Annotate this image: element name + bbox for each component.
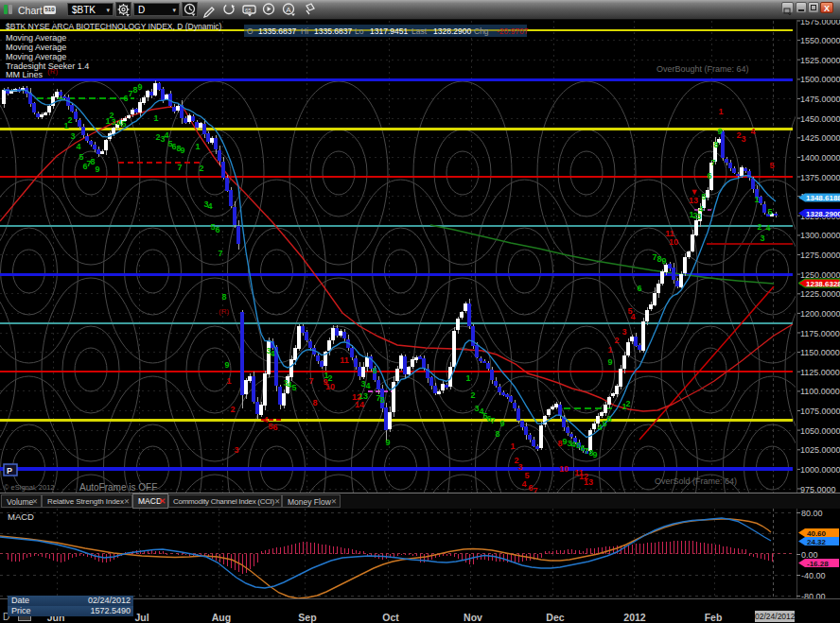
svg-text:1450.0000: 1450.0000 — [800, 114, 840, 124]
svg-text:3: 3 — [517, 462, 522, 472]
svg-text:6: 6 — [637, 284, 641, 293]
svg-text:9: 9 — [224, 360, 229, 370]
svg-text:3: 3 — [741, 134, 745, 144]
svg-text:13: 13 — [584, 477, 593, 487]
svg-text:(R): (R) — [219, 307, 229, 316]
svg-text:3: 3 — [111, 117, 115, 127]
svg-text:A: A — [286, 6, 291, 14]
svg-text:1: 1 — [195, 142, 200, 151]
svg-text:1550.0000: 1550.0000 — [800, 36, 840, 45]
svg-text:4: 4 — [521, 479, 526, 489]
svg-text:1: 1 — [226, 376, 231, 386]
svg-text:5: 5 — [769, 161, 774, 170]
svg-text:7: 7 — [533, 486, 537, 493]
svg-text:65: 65 — [245, 8, 252, 13]
svg-text:12: 12 — [352, 392, 361, 402]
svg-text:13: 13 — [689, 196, 698, 205]
svg-text:4: 4 — [207, 201, 212, 211]
svg-text:9: 9 — [717, 127, 722, 136]
svg-text:Moving Average: Moving Average — [6, 33, 66, 43]
svg-text:Hi: Hi — [301, 26, 308, 36]
svg-text:8: 8 — [495, 429, 499, 439]
svg-text:-80.00: -80.00 — [801, 592, 826, 598]
svg-text:1250.0000: 1250.0000 — [800, 270, 840, 280]
svg-text:-16.28: -16.28 — [807, 560, 829, 568]
svg-text:Moving Average: Moving Average — [6, 52, 66, 61]
svg-text:8: 8 — [557, 439, 562, 448]
svg-text:7: 7 — [308, 376, 313, 386]
svg-text:1375.0000: 1375.0000 — [800, 173, 840, 182]
svg-text:1: 1 — [465, 373, 470, 383]
svg-text:4: 4 — [698, 204, 703, 214]
svg-text:8: 8 — [312, 398, 317, 407]
svg-text:1525.0000: 1525.0000 — [800, 56, 840, 65]
svg-text:80.00: 80.00 — [801, 509, 823, 518]
svg-text:3: 3 — [760, 234, 764, 243]
svg-text:2: 2 — [614, 336, 619, 345]
svg-text:4: 4 — [270, 349, 274, 358]
svg-text:1050.0000: 1050.0000 — [800, 426, 840, 436]
svg-text:1125.0000: 1125.0000 — [800, 368, 840, 377]
svg-text:7: 7 — [710, 158, 715, 167]
svg-text:1075.0000: 1075.0000 — [800, 407, 840, 416]
svg-text:4: 4 — [365, 381, 370, 390]
svg-text:1: 1 — [510, 441, 515, 451]
svg-text:1275.0000: 1275.0000 — [800, 251, 840, 260]
svg-text:1: 1 — [607, 345, 612, 355]
svg-text:10: 10 — [325, 382, 335, 391]
svg-text:2: 2 — [199, 164, 203, 173]
svg-text:1025.0000: 1025.0000 — [800, 445, 840, 455]
svg-text:2: 2 — [470, 390, 475, 400]
svg-text:10: 10 — [669, 237, 678, 247]
svg-text:11: 11 — [340, 355, 349, 365]
svg-text:6: 6 — [372, 366, 376, 375]
svg-text:6: 6 — [707, 171, 711, 181]
svg-text:Last: Last — [411, 26, 428, 36]
svg-text:1: 1 — [63, 121, 68, 130]
svg-text:1475.0000: 1475.0000 — [800, 95, 840, 104]
svg-text:Lo: Lo — [355, 26, 364, 36]
svg-text:9: 9 — [661, 256, 666, 266]
svg-text:24.32: 24.32 — [807, 538, 827, 546]
svg-text:4: 4 — [630, 312, 635, 321]
svg-text:▼: ▼ — [691, 187, 699, 197]
svg-text:4: 4 — [76, 142, 80, 151]
svg-text:1335.6837: 1335.6837 — [258, 26, 296, 36]
svg-text:3: 3 — [70, 131, 75, 141]
svg-text:1500.0000: 1500.0000 — [800, 75, 840, 84]
svg-text:9: 9 — [607, 357, 612, 367]
svg-text:MM Lines: MM Lines — [6, 70, 44, 79]
svg-text:-40.00: -40.00 — [801, 571, 826, 580]
svg-text:9: 9 — [592, 450, 597, 459]
svg-text:1175.0000: 1175.0000 — [800, 329, 840, 338]
svg-text:OverSold (Frame: 64): OverSold (Frame: 64) — [655, 476, 737, 486]
svg-text:5: 5 — [767, 207, 772, 216]
svg-text:Moving Average: Moving Average — [6, 43, 66, 52]
svg-text:2: 2 — [230, 405, 235, 414]
svg-text:975.0000: 975.0000 — [800, 485, 836, 493]
svg-text:7: 7 — [490, 416, 495, 425]
svg-text:1425.0000: 1425.0000 — [800, 133, 840, 143]
svg-text:Chg: Chg — [474, 26, 489, 36]
svg-text:4: 4 — [765, 223, 770, 233]
svg-text:1335.6837: 1335.6837 — [314, 26, 352, 36]
svg-text:5: 5 — [524, 471, 529, 480]
svg-text:1238.6328: 1238.6328 — [806, 280, 840, 288]
svg-text:9: 9 — [180, 146, 184, 155]
svg-text:6: 6 — [272, 423, 277, 432]
svg-text:7: 7 — [218, 249, 222, 258]
svg-text:1348.6188: 1348.6188 — [806, 194, 840, 202]
svg-text:OverBought (Frame: 64): OverBought (Frame: 64) — [656, 64, 749, 74]
svg-text:AutoFrame is OFF: AutoFrame is OFF — [79, 482, 157, 493]
svg-text:3: 3 — [621, 327, 626, 337]
svg-text:1200.0000: 1200.0000 — [800, 309, 840, 319]
svg-text:9: 9 — [499, 419, 504, 428]
svg-text:10: 10 — [559, 464, 569, 474]
svg-text:1328.2900: 1328.2900 — [806, 210, 840, 218]
svg-text:1328.2900: 1328.2900 — [433, 26, 471, 36]
svg-text:P: P — [7, 466, 12, 476]
svg-text:$BTK NYSE ARCA BIOTECHNOLOGY I: $BTK NYSE ARCA BIOTECHNOLOGY INDEX, D (D… — [6, 22, 222, 31]
svg-text:-20.9707: -20.9707 — [497, 26, 529, 36]
svg-text:8: 8 — [379, 395, 384, 405]
svg-text:© eSignal, 2012: © eSignal, 2012 — [4, 483, 54, 492]
